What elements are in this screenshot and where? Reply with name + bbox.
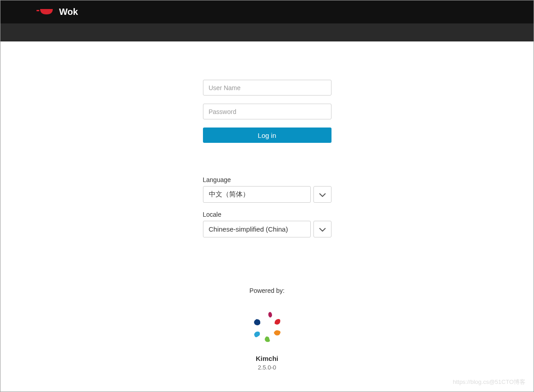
login-button[interactable]: Log in bbox=[203, 128, 331, 143]
chevron-down-icon bbox=[319, 225, 326, 233]
locale-label: Locale bbox=[203, 211, 331, 218]
kimchi-logo-icon bbox=[248, 308, 286, 347]
brand-logo-wrap: Wok bbox=[37, 7, 78, 17]
language-select[interactable]: 中文（简体） bbox=[203, 186, 311, 203]
username-input[interactable] bbox=[203, 80, 331, 96]
powered-by-section: Powered by: Kimchi 2.5.0-0 bbox=[248, 287, 286, 371]
locale-group: Locale Chinese-simplified (China) bbox=[203, 211, 331, 237]
selectors-block: Language 中文（简体） Locale Chinese bbox=[203, 176, 331, 237]
main-content: Log in Language 中文（简体） Locale bbox=[0, 41, 534, 371]
language-label: Language bbox=[203, 176, 331, 183]
locale-dropdown-toggle[interactable] bbox=[313, 221, 331, 237]
sub-navbar bbox=[0, 23, 534, 41]
login-form: Log in Language 中文（简体） Locale bbox=[203, 80, 331, 246]
language-selected-value: 中文（简体） bbox=[209, 190, 249, 199]
product-version: 2.5.0-0 bbox=[248, 364, 286, 371]
language-group: Language 中文（简体） bbox=[203, 176, 331, 203]
language-dropdown-toggle[interactable] bbox=[313, 186, 331, 203]
chevron-down-icon bbox=[319, 191, 326, 199]
brand-name: Wok bbox=[59, 7, 78, 17]
top-navbar: Wok bbox=[0, 0, 534, 23]
watermark-text: https://blog.cs@51CTO博客 bbox=[453, 378, 525, 386]
locale-selected-value: Chinese-simplified (China) bbox=[209, 225, 288, 233]
wok-icon bbox=[37, 7, 55, 17]
powered-by-label: Powered by: bbox=[248, 287, 286, 294]
svg-rect-0 bbox=[37, 10, 39, 11]
product-name: Kimchi bbox=[248, 355, 286, 362]
password-input[interactable] bbox=[203, 104, 331, 119]
locale-select[interactable]: Chinese-simplified (China) bbox=[203, 221, 311, 237]
